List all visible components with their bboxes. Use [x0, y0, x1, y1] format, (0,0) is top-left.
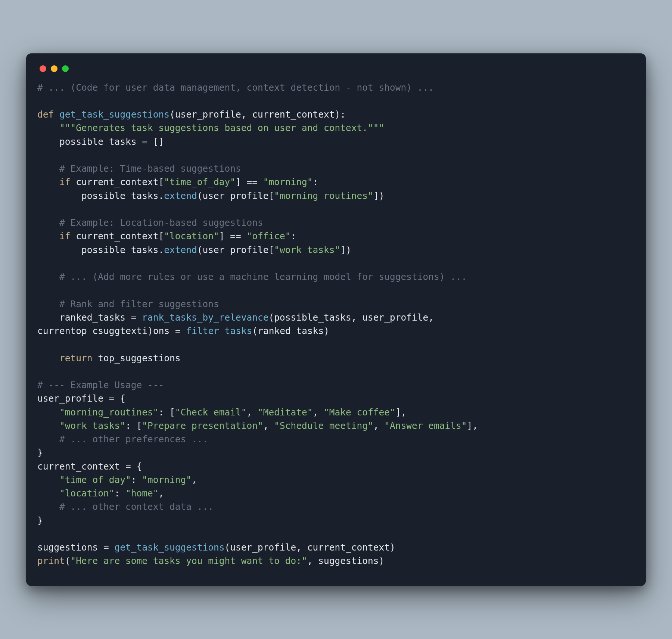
code-line: # ... (Code for user data management, co… [37, 82, 434, 93]
code-line: # Example: Time-based suggestions [37, 163, 241, 174]
code-line: current_context = { [37, 461, 142, 472]
window-titlebar [37, 65, 635, 81]
code-line: "location": "home", [37, 488, 164, 499]
code-line: # ... other context data ... [37, 501, 214, 512]
code-line: if current_context["location"] == "offic… [37, 231, 296, 241]
code-line: return top_suggestions [37, 353, 181, 364]
code-line: "time_of_day": "morning", [37, 474, 197, 485]
code-line: } [37, 447, 43, 458]
code-line: if current_context["time_of_day"] == "mo… [37, 177, 318, 187]
code-line: possible_tasks.extend(user_profile["work… [37, 244, 351, 255]
code-editor[interactable]: # ... (Code for user data management, co… [37, 81, 635, 568]
code-line: } [37, 515, 43, 526]
code-line: "morning_routines": ["Check email", "Med… [37, 407, 406, 418]
code-line: """Generates task suggestions based on u… [37, 122, 384, 133]
minimize-icon[interactable] [51, 65, 57, 72]
code-line: # ... (Add more rules or use a machine l… [37, 271, 467, 282]
code-line: print("Here are some tasks you might wan… [37, 555, 384, 566]
code-line: # Example: Location-based suggestions [37, 217, 263, 228]
code-line: "work_tasks": ["Prepare presentation", "… [37, 420, 478, 431]
code-line: suggestions = get_task_suggestions(user_… [37, 542, 395, 553]
zoom-icon[interactable] [62, 65, 69, 72]
code-line: # Rank and filter suggestions [37, 299, 219, 309]
code-window: # ... (Code for user data management, co… [26, 53, 646, 586]
code-line: currentop_csuggtexti)ons = filter_tasks(… [37, 325, 329, 336]
code-line: ranked_tasks = rank_tasks_by_relevance(p… [37, 312, 439, 323]
close-icon[interactable] [40, 65, 46, 72]
code-line: user_profile = { [37, 393, 125, 404]
code-line: # --- Example Usage --- [37, 380, 164, 390]
code-line: # ... other preferences ... [37, 434, 208, 445]
code-line: def get_task_suggestions(user_profile, c… [37, 109, 346, 120]
code-line: possible_tasks = [] [37, 136, 164, 147]
code-line: possible_tasks.extend(user_profile["morn… [37, 190, 384, 201]
